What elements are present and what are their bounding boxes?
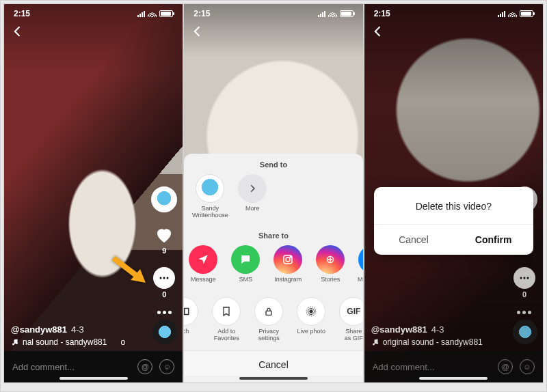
sms-bubble-icon [231, 245, 260, 274]
cancel-button[interactable]: Cancel [184, 350, 362, 376]
sound-disc[interactable] [513, 320, 537, 344]
home-indicator [419, 377, 488, 380]
bookmark-icon [212, 297, 241, 326]
status-bar: 2:15 [4, 4, 183, 20]
share-to-row[interactable]: Message SMS Instagram Stories [184, 244, 362, 296]
signal-icon [498, 10, 505, 17]
battery-icon [340, 10, 353, 17]
stitch-icon [184, 297, 198, 326]
username-label[interactable]: @sandyw8814-3 [371, 324, 502, 335]
comment-icon [153, 267, 175, 289]
status-time: 2:15 [374, 9, 390, 18]
tool-gif[interactable]: GIF Share as GIF [337, 297, 362, 342]
share-instagram[interactable]: Instagram [271, 245, 304, 290]
status-time: 2:15 [14, 9, 30, 18]
instagram-icon [274, 245, 302, 274]
contact-avatar-icon [196, 174, 224, 203]
svg-point-3 [12, 344, 14, 346]
svg-point-0 [160, 277, 162, 279]
tools-row[interactable]: itch Add to Favorites Privacy settings L… [184, 296, 362, 348]
annotation-arrow [110, 253, 151, 287]
tool-livephoto[interactable]: Live photo [295, 297, 328, 342]
emoji-icon[interactable]: ☺ [159, 359, 174, 374]
chevron-right-icon [238, 174, 267, 203]
modal-title: Delete this video? [374, 187, 533, 224]
back-button[interactable] [191, 25, 204, 38]
svg-point-15 [520, 277, 522, 279]
svg-point-12 [310, 310, 313, 313]
svg-rect-10 [185, 309, 189, 315]
like-count: 9 [162, 247, 166, 255]
screen-share-sheet: 2:15 Send to Sandy Writtenhouse More Sha… [183, 3, 363, 383]
wifi-icon [148, 10, 157, 17]
tutorial-composite: 2:15 9 0 @sandyw8814-3 [0, 0, 547, 392]
comment-button[interactable]: 0 [513, 267, 535, 298]
more-options-button[interactable] [157, 311, 172, 314]
send-to-row: Sandy Writtenhouse More [184, 173, 362, 225]
music-note-icon [11, 338, 19, 346]
svg-point-19 [376, 342, 378, 344]
like-button[interactable]: 9 [154, 225, 174, 255]
post-date: 4-3 [71, 324, 84, 335]
more-options-button[interactable] [517, 311, 531, 314]
status-bar: 2:15 [364, 4, 543, 20]
battery-icon [520, 10, 533, 17]
tool-stitch[interactable]: itch [184, 297, 200, 342]
stories-icon [316, 245, 345, 274]
battery-icon [159, 10, 173, 17]
share-sms[interactable]: SMS [229, 245, 262, 290]
mention-icon[interactable]: @ [498, 359, 513, 374]
emoji-icon[interactable]: ☺ [520, 359, 535, 374]
action-rail: 9 0 [151, 186, 177, 314]
svg-point-18 [373, 344, 375, 346]
comment-placeholder: Add comment... [373, 362, 491, 372]
svg-point-7 [290, 257, 291, 258]
send-to-heading: Send to [184, 154, 362, 173]
svg-point-1 [163, 277, 165, 279]
share-to-heading: Share to [184, 225, 362, 244]
screen-confirm-delete: 2:15 9 0 Delete this video? Cancel Conf [364, 3, 544, 383]
home-indicator [59, 377, 128, 380]
ellipsis-icon [517, 311, 531, 314]
comment-count: 0 [522, 290, 526, 298]
livephoto-icon [297, 297, 325, 326]
options-sheet: Send to Sandy Writtenhouse More Share to… [184, 154, 362, 382]
modal-confirm-button[interactable]: Confirm [453, 225, 533, 255]
svg-point-2 [167, 277, 169, 279]
sound-label[interactable]: nal sound - sandyw881 o [11, 337, 142, 347]
signal-icon [318, 10, 325, 17]
music-note-icon [371, 338, 379, 346]
svg-point-17 [526, 277, 529, 279]
status-icons [137, 10, 173, 17]
contact-sandy[interactable]: Sandy Writtenhouse [194, 174, 226, 219]
share-stories[interactable]: Stories [314, 245, 347, 290]
profile-avatar[interactable] [151, 186, 177, 212]
video-meta: @sandyw8814-3 original sound - sandyw881 [371, 324, 502, 347]
mention-icon[interactable]: @ [137, 359, 152, 374]
video-meta: @sandyw8814-3 nal sound - sandyw881 o [11, 324, 142, 347]
share-messenger[interactable]: Messenger [356, 245, 362, 290]
confirm-delete-modal: Delete this video? Cancel Confirm [374, 187, 533, 255]
back-button[interactable] [11, 25, 25, 38]
status-bar: 2:15 [184, 4, 362, 20]
svg-point-6 [286, 257, 290, 262]
tool-favorites[interactable]: Add to Favorites [210, 297, 243, 342]
svg-point-16 [523, 277, 525, 279]
back-button[interactable] [371, 25, 385, 38]
modal-cancel-button[interactable]: Cancel [374, 225, 454, 255]
screen-video-view: 2:15 9 0 @sandyw8814-3 [3, 3, 183, 383]
sound-label[interactable]: original sound - sandyw881 [371, 337, 502, 347]
ellipsis-icon [157, 311, 172, 314]
comment-button[interactable]: 0 [153, 267, 175, 298]
messenger-icon [358, 245, 362, 274]
paper-plane-icon [189, 245, 217, 274]
lock-icon [254, 297, 283, 326]
more-contacts-button[interactable]: More [236, 174, 269, 219]
gif-icon: GIF [339, 297, 362, 326]
svg-rect-11 [266, 311, 271, 315]
username-label[interactable]: @sandyw8814-3 [11, 324, 142, 335]
status-time: 2:15 [194, 9, 210, 18]
tool-privacy[interactable]: Privacy settings [252, 297, 285, 342]
share-message[interactable]: Message [187, 245, 219, 290]
comment-count: 0 [162, 290, 166, 298]
